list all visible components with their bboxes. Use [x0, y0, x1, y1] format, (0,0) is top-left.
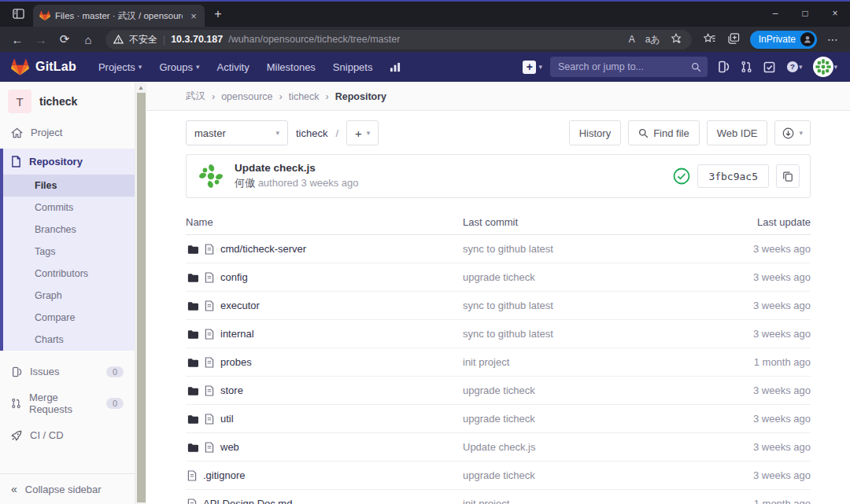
help-menu[interactable]: ? ▾ [785, 61, 804, 73]
gitlab-brand[interactable]: GitLab [11, 58, 76, 76]
maximize-icon[interactable]: □ [790, 2, 820, 25]
pipeline-status-icon[interactable] [673, 167, 690, 185]
collapse-sidebar-button[interactable]: « Collapse sidebar [0, 473, 135, 504]
back-icon[interactable]: ← [6, 29, 28, 50]
commit-sha-button[interactable]: 3fbc9ac5 [697, 164, 769, 188]
browser-tab-bar: Files · master · 武汉 / opensourc × + – □ … [0, 0, 850, 27]
url-path: /wuhan/opensource/ticheck/tree/master [228, 34, 620, 45]
web-ide-button[interactable]: Web IDE [707, 120, 768, 145]
sidebar-scrollbar[interactable]: ▲ [135, 82, 146, 504]
commit-message-link[interactable]: upgrade ticheck [463, 384, 700, 396]
new-tab-icon[interactable]: + [208, 4, 228, 24]
nav-projects[interactable]: Projects▾ [91, 61, 150, 73]
branch-selector[interactable]: master ▾ [186, 120, 288, 145]
commit-message-link[interactable]: upgrade ticheck [463, 413, 700, 425]
file-name-link: store [220, 384, 243, 396]
minimize-icon[interactable]: – [760, 2, 790, 25]
new-menu[interactable]: + ▾ [523, 61, 542, 74]
nav-activity[interactable]: Activity [209, 61, 257, 73]
nav-groups[interactable]: Groups▾ [151, 61, 207, 73]
commit-message-link[interactable]: upgrade ticheck [463, 271, 700, 283]
commit-message-link[interactable]: sync to github latest [463, 300, 700, 311]
sidebar-item-issues[interactable]: Issues 0 [0, 359, 135, 384]
commit-author[interactable]: 何傲 [235, 177, 255, 189]
url-host: 10.3.70.187 [171, 34, 223, 45]
todos-icon[interactable] [762, 61, 777, 73]
more-options-icon[interactable]: ⋯ [822, 33, 844, 46]
sidebar-item-graph[interactable]: Graph [3, 285, 135, 307]
home-icon[interactable]: ⌂ [77, 29, 99, 50]
read-aloud-icon[interactable]: A [626, 34, 638, 45]
sidebar-item-branches[interactable]: Branches [3, 219, 135, 241]
analytics-icon[interactable] [382, 62, 409, 72]
sidebar-item-tags[interactable]: Tags [3, 241, 135, 263]
sidebar-item-commits[interactable]: Commits [3, 197, 135, 219]
user-menu[interactable]: ▾ [811, 57, 839, 77]
nav-milestones[interactable]: Milestones [259, 61, 323, 73]
refresh-icon[interactable]: ⟳ [54, 29, 76, 50]
commit-message-link[interactable]: init project [463, 498, 700, 504]
browser-tab[interactable]: Files · master · 武汉 / opensourc × [33, 5, 205, 27]
sidebar-item-contributors[interactable]: Contributors [3, 263, 135, 285]
issues-icon [11, 366, 22, 377]
history-button[interactable]: History [569, 120, 621, 145]
breadcrumb-project[interactable]: ticheck [289, 91, 320, 102]
sidebar-item-merge-requests[interactable]: Merge Requests 0 [0, 384, 135, 422]
issues-icon[interactable] [715, 61, 731, 73]
nav-snippets[interactable]: Snippets [325, 61, 381, 73]
sidebar-item-files[interactable]: Files [3, 175, 135, 197]
sidebar-item-project[interactable]: Project [0, 120, 135, 145]
profile-avatar[interactable] [800, 32, 815, 46]
scrollbar-thumb[interactable] [137, 93, 146, 502]
inprivate-label: InPrivate [759, 34, 796, 45]
add-favorite-icon[interactable] [668, 33, 684, 46]
gitlab-favicon-icon [39, 10, 50, 21]
favorites-icon[interactable] [698, 33, 721, 46]
chevron-down-icon: ▾ [196, 63, 200, 71]
warning-icon [113, 35, 124, 44]
merge-request-icon [11, 398, 21, 409]
inprivate-badge[interactable]: InPrivate [750, 31, 817, 49]
find-file-button[interactable]: Find file [628, 120, 700, 145]
merge-request-icon[interactable] [739, 61, 754, 73]
sidebar-item-charts[interactable]: Charts [3, 329, 135, 351]
sidebar-item-cicd[interactable]: CI / CD [0, 422, 135, 448]
last-update: 3 weeks ago [700, 328, 811, 340]
copy-icon [782, 171, 793, 182]
scrollbar-up-icon[interactable]: ▲ [138, 82, 144, 93]
collections-icon[interactable] [722, 33, 745, 46]
commit-message-link[interactable]: upgrade ticheck [463, 469, 700, 481]
gitlab-logo-icon [11, 58, 29, 76]
commit-message-link[interactable]: Update check.js [463, 441, 700, 453]
translate-icon[interactable]: aあ [643, 33, 663, 46]
last-update: 3 weeks ago [700, 413, 811, 425]
project-context[interactable]: T ticheck [0, 82, 135, 120]
close-icon[interactable]: × [820, 2, 850, 25]
table-row: store upgrade ticheck 3 weeks ago [186, 377, 811, 405]
breadcrumb-group[interactable]: 武汉 [186, 90, 205, 103]
breadcrumb-separator: › [326, 91, 329, 102]
tab-actions-icon[interactable] [6, 2, 30, 25]
table-row: util upgrade ticheck 3 weeks ago [186, 405, 811, 433]
download-button[interactable]: ▾ [774, 120, 811, 145]
tab-close-icon[interactable]: × [187, 10, 200, 22]
sidebar-item-repository[interactable]: Repository [3, 149, 135, 175]
file-icon [205, 414, 214, 425]
file-name-link: config [220, 271, 248, 283]
commit-meta: 何傲 authored 3 weeks ago [235, 176, 663, 190]
search-input[interactable] [550, 57, 708, 77]
sidebar-item-compare[interactable]: Compare [3, 307, 135, 329]
tree-path-project[interactable]: ticheck [296, 127, 327, 139]
folder-icon [187, 414, 198, 424]
commit-message-link[interactable]: sync to github latest [463, 243, 700, 255]
commit-message-link[interactable]: sync to github latest [463, 328, 700, 340]
address-bar[interactable]: 不安全 | 10.3.70.187/wuhan/opensource/tiche… [105, 30, 692, 50]
gitlab-menu: Projects▾ Groups▾ Activity Milestones Sn… [91, 61, 410, 73]
add-file-button[interactable]: + ▾ [346, 120, 379, 145]
commit-message-link[interactable]: init project [463, 356, 700, 368]
security-label[interactable]: 不安全 [129, 33, 157, 46]
commit-message[interactable]: Update check.js [235, 162, 663, 174]
copy-sha-button[interactable] [776, 164, 800, 188]
breadcrumb-subgroup[interactable]: opensource [221, 91, 272, 102]
tree-actions: History Find file Web IDE ▾ [569, 120, 811, 145]
